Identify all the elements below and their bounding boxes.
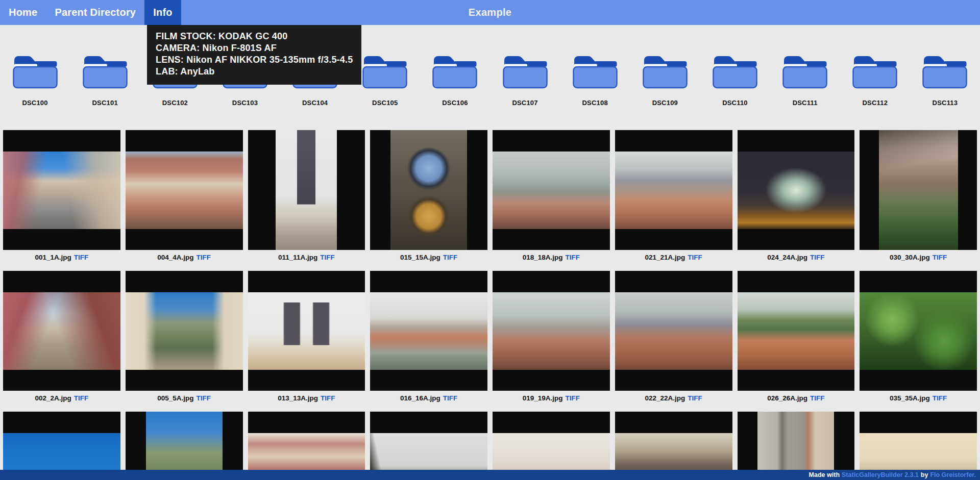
thumbnail-link[interactable]	[370, 271, 487, 391]
tiff-link[interactable]: TIFF	[933, 254, 947, 261]
thumbnail-link[interactable]	[126, 271, 243, 391]
tiff-link[interactable]: TIFF	[197, 254, 211, 261]
tiff-link[interactable]: TIFF	[321, 394, 335, 402]
gallery-item: 001_1A.jpgTIFF	[3, 130, 120, 263]
caption: 002_2A.jpgTIFF	[3, 394, 120, 404]
image-filename: 026_26A.jpg	[767, 394, 807, 402]
folder-dsc113[interactable]: DSC113	[910, 53, 980, 107]
image-filename: 002_2A.jpg	[35, 394, 71, 402]
photo	[276, 130, 337, 250]
tiff-link[interactable]: TIFF	[566, 254, 580, 261]
folder-dsc106[interactable]: DSC106	[420, 53, 490, 107]
author-link[interactable]: Flo Greistorfer.	[930, 471, 976, 478]
gallery-item: 024_24A.jpgTIFF	[738, 130, 855, 263]
folder-label: DSC100	[22, 99, 47, 107]
folder-dsc110[interactable]: DSC110	[700, 53, 770, 107]
gallery-item: 013_13A.jpgTIFF	[248, 271, 365, 404]
folder-label: DSC101	[92, 99, 118, 107]
thumbnail-link[interactable]	[860, 130, 977, 250]
thumbnail-link[interactable]	[370, 130, 487, 250]
image-filename: 021_21A.jpg	[645, 254, 685, 261]
gallery-item: 021_21A.jpgTIFF	[615, 130, 732, 263]
thumbnail-link[interactable]	[493, 130, 610, 250]
thumbnail-link[interactable]	[248, 130, 365, 250]
thumbnail-link[interactable]	[126, 130, 243, 250]
folder-dsc107[interactable]: DSC107	[490, 53, 560, 107]
tiff-link[interactable]: TIFF	[688, 254, 702, 261]
folder-dsc108[interactable]: DSC108	[560, 53, 630, 107]
tooltip-line: CAMERA: Nikon F-801S AF	[156, 42, 353, 54]
photo	[738, 292, 855, 370]
tiff-link[interactable]: TIFF	[197, 394, 211, 402]
tiff-link[interactable]: TIFF	[933, 394, 947, 402]
folder-label: DSC104	[302, 99, 328, 107]
caption: 011_11A.jpgTIFF	[248, 254, 365, 263]
image-filename: 030_30A.jpg	[890, 254, 930, 261]
caption: 018_18A.jpgTIFF	[493, 254, 610, 263]
thumbnail-link[interactable]	[3, 130, 120, 250]
caption: 030_30A.jpgTIFF	[860, 254, 977, 263]
folder-icon	[712, 53, 758, 90]
caption: 021_21A.jpgTIFF	[615, 254, 732, 263]
thumbnail-link[interactable]	[738, 130, 855, 250]
folder-dsc112[interactable]: DSC112	[840, 53, 910, 107]
thumbnail-link[interactable]	[738, 271, 855, 391]
builder-link[interactable]: StaticGalleryBuilder 2.3.1	[842, 471, 919, 478]
photo	[126, 292, 243, 370]
caption: 024_24A.jpgTIFF	[738, 254, 855, 263]
tiff-link[interactable]: TIFF	[810, 254, 825, 261]
info-tooltip: FILM STOCK: KODAK GC 400CAMERA: Nikon F-…	[147, 25, 361, 85]
thumbnail-link[interactable]	[248, 271, 365, 391]
footer: Made with StaticGalleryBuilder 2.3.1 by …	[0, 470, 980, 480]
thumbnail-link[interactable]	[615, 271, 732, 391]
caption: 013_13A.jpgTIFF	[248, 394, 365, 404]
tiff-link[interactable]: TIFF	[566, 394, 580, 402]
image-filename: 015_15A.jpg	[400, 254, 440, 261]
folder-icon	[361, 53, 408, 90]
tooltip-line: LENS: Nikon AF NIKKOR 35-135mm f/3.5-4.5	[156, 54, 353, 66]
caption: 004_4A.jpgTIFF	[126, 254, 243, 263]
folder-dsc100[interactable]: DSC100	[0, 53, 70, 107]
folder-dsc101[interactable]: DSC101	[70, 53, 140, 107]
tiff-link[interactable]: TIFF	[74, 254, 89, 261]
tiff-link[interactable]: TIFF	[810, 394, 825, 402]
tiff-link[interactable]: TIFF	[74, 394, 89, 402]
photo	[615, 151, 732, 229]
tiff-link[interactable]: TIFF	[443, 394, 458, 402]
folder-label: DSC110	[722, 99, 748, 107]
caption: 035_35A.jpgTIFF	[860, 394, 977, 404]
nav-link-parent-directory[interactable]: Parent Directory	[46, 0, 144, 25]
image-filename: 013_13A.jpg	[278, 394, 318, 402]
folder-label: DSC107	[512, 99, 537, 107]
navbar: HomeParent DirectoryInfo Example	[0, 0, 980, 25]
tiff-link[interactable]: TIFF	[688, 394, 702, 402]
gallery-row-2: 002_2A.jpgTIFF005_5A.jpgTIFF013_13A.jpgT…	[3, 271, 977, 404]
tiff-link[interactable]: TIFF	[320, 254, 335, 261]
thumbnail-link[interactable]	[860, 271, 977, 391]
photo	[738, 151, 855, 229]
folder-dsc111[interactable]: DSC111	[770, 53, 840, 107]
gallery-item: 018_18A.jpgTIFF	[493, 130, 610, 263]
caption: 016_16A.jpgTIFF	[370, 394, 487, 404]
folder-label: DSC105	[372, 99, 398, 107]
thumbnail-link[interactable]	[493, 271, 610, 391]
folder-label: DSC102	[162, 99, 188, 107]
folder-icon	[82, 53, 129, 90]
photo	[390, 130, 467, 250]
folder-label: DSC106	[442, 99, 468, 107]
folder-icon	[572, 53, 619, 90]
folder-dsc109[interactable]: DSC109	[630, 53, 700, 107]
tiff-link[interactable]: TIFF	[443, 254, 458, 261]
nav-link-info[interactable]: Info	[144, 0, 181, 25]
nav-link-home[interactable]: Home	[0, 0, 46, 25]
photo	[493, 292, 610, 370]
image-filename: 005_5A.jpg	[157, 394, 193, 402]
gallery-item: 004_4A.jpgTIFF	[126, 130, 243, 263]
gallery: 001_1A.jpgTIFF004_4A.jpgTIFF011_11A.jpgT…	[3, 130, 977, 480]
image-filename: 024_24A.jpg	[767, 254, 807, 261]
image-filename: 022_22A.jpg	[645, 394, 685, 402]
thumbnail-link[interactable]	[615, 130, 732, 250]
folder-icon	[12, 53, 59, 90]
thumbnail-link[interactable]	[3, 271, 120, 391]
photo	[3, 151, 120, 229]
